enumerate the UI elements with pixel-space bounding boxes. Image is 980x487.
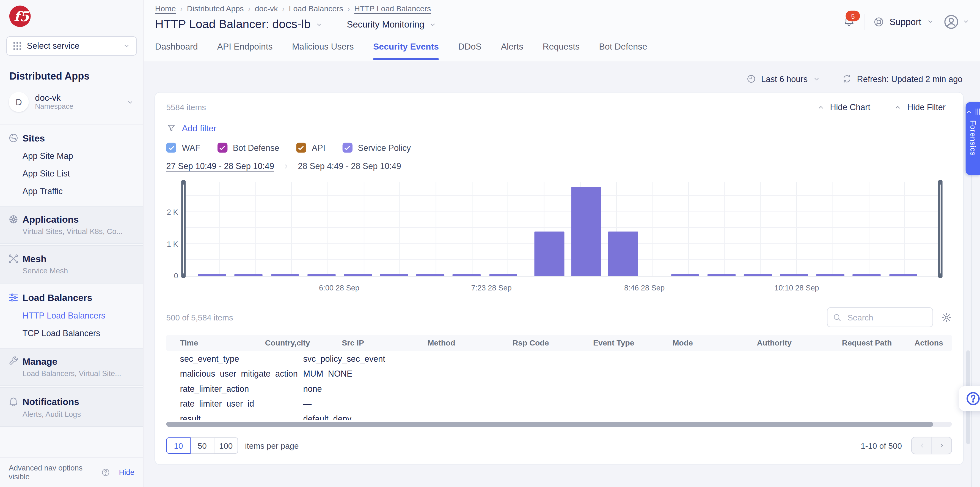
- chart-bar: [453, 274, 481, 276]
- column-header-actions[interactable]: Actions: [915, 339, 943, 347]
- filter-label: Bot Defense: [233, 143, 279, 152]
- chevron-down-icon[interactable]: [315, 21, 323, 29]
- column-header-country-city[interactable]: Country,city: [265, 339, 310, 347]
- breadcrumb-http-load-balancers[interactable]: HTTP Load Balancers: [354, 5, 431, 13]
- sidebar-group-header-applications[interactable]: Applications: [8, 214, 135, 225]
- clock-icon: [746, 74, 756, 84]
- breadcrumb-distributed-apps[interactable]: Distributed Apps: [187, 5, 244, 13]
- sidebar-item-app-site-list[interactable]: App Site List: [22, 169, 135, 179]
- scrollbar-thumb[interactable]: [166, 422, 933, 427]
- next-page-button[interactable]: [931, 438, 951, 454]
- gridline: [255, 182, 256, 276]
- page-size-50[interactable]: 50: [190, 438, 215, 454]
- sidebar-group-applications[interactable]: ApplicationsVirtual Sites, Virtual K8s, …: [0, 206, 143, 244]
- column-header-mode[interactable]: Mode: [673, 339, 693, 347]
- sidebar-group-header-load-balancers[interactable]: Load Balancers: [8, 292, 135, 303]
- breadcrumb-home[interactable]: Home: [155, 5, 176, 13]
- table-row[interactable]: rate_limiter_actionnone: [166, 381, 952, 396]
- chevron-up-icon: [817, 103, 825, 112]
- notifications-bell-button[interactable]: 5: [843, 14, 855, 29]
- sidebar-group-header-notifications[interactable]: Notifications: [8, 396, 135, 407]
- sidebar-group-header-mesh[interactable]: Mesh: [8, 254, 135, 264]
- bell-icon: [8, 396, 19, 407]
- table-row[interactable]: sec_event_typesvc_policy_sec_event: [166, 351, 952, 366]
- breadcrumb-doc-vk[interactable]: doc-vk: [255, 5, 278, 13]
- gridline: [905, 182, 905, 276]
- table-row[interactable]: resultdefault_deny: [166, 411, 952, 420]
- help-circle-icon[interactable]: [102, 468, 110, 477]
- tab-malicious-users[interactable]: Malicious Users: [292, 41, 354, 60]
- add-filter-button[interactable]: Add filter: [166, 123, 952, 133]
- tab-requests[interactable]: Requests: [543, 41, 580, 60]
- chart-bar: [816, 274, 845, 276]
- column-header-method[interactable]: Method: [428, 339, 455, 347]
- filter-checkbox-api[interactable]: API: [296, 143, 325, 153]
- topbar: Home›Distributed Apps›doc-vk›Load Balanc…: [144, 0, 980, 31]
- sidebar-group-header-manage[interactable]: Manage: [8, 356, 135, 367]
- column-header-authority[interactable]: Authority: [757, 339, 792, 347]
- chart-plot: 2 K1 K06:00 28 Sep7:23 28 Sep8:46 28 Sep…: [183, 182, 941, 276]
- help-button[interactable]: [959, 386, 980, 411]
- sidebar-item-http-load-balancers[interactable]: HTTP Load Balancers: [22, 311, 135, 321]
- forensics-tab[interactable]: Forensics: [966, 102, 980, 175]
- column-header-event-type[interactable]: Event Type: [593, 339, 634, 347]
- sidebar-item-app-traffic[interactable]: App Traffic: [22, 186, 135, 196]
- previous-page-button[interactable]: [912, 438, 931, 454]
- view-selector-dropdown[interactable]: Security Monitoring: [347, 19, 437, 29]
- hide-chart-button[interactable]: Hide Chart: [817, 103, 870, 112]
- support-dropdown[interactable]: Support: [873, 16, 934, 27]
- gear-icon[interactable]: [941, 312, 952, 323]
- time-range-breadcrumb: 27 Sep 10:49 - 28 Sep 10:49 28 Sep 4:49 …: [166, 161, 952, 171]
- sidebar-item-app-site-map[interactable]: App Site Map: [22, 152, 135, 161]
- hide-filter-button[interactable]: Hide Filter: [894, 103, 946, 112]
- column-header-request-path[interactable]: Request Path: [842, 339, 892, 347]
- table-row[interactable]: rate_limiter_user_id—: [166, 396, 952, 411]
- chevron-down-icon: [429, 21, 437, 29]
- sidebar-group-subtitle: Service Mesh: [22, 267, 135, 275]
- breadcrumb-load-balancers[interactable]: Load Balancers: [289, 5, 343, 13]
- balancer-icon: [8, 292, 19, 303]
- sidebar-group-notifications[interactable]: NotificationsAlerts, Audit Logs: [0, 387, 143, 427]
- tab-ddos[interactable]: DDoS: [458, 41, 482, 60]
- page-size-10[interactable]: 10: [166, 438, 191, 454]
- hide-advanced-nav-link[interactable]: Hide: [119, 468, 134, 477]
- chart-bar: [608, 232, 638, 276]
- sidebar-group-title: Applications: [22, 214, 79, 225]
- tab-alerts[interactable]: Alerts: [501, 41, 523, 60]
- page-title: HTTP Load Balancer: docs-lb: [155, 18, 311, 31]
- x-axis-tick: 7:23 28 Sep: [471, 284, 512, 292]
- namespace-selector[interactable]: D doc-vk Namespace: [4, 88, 139, 116]
- sidebar-group-title: Load Balancers: [22, 292, 92, 303]
- brush-handle-left[interactable]: [181, 180, 186, 278]
- tab-api-endpoints[interactable]: API Endpoints: [217, 41, 273, 60]
- full-range-link[interactable]: 27 Sep 10:49 - 28 Sep 10:49: [166, 161, 274, 171]
- table-row[interactable]: malicious_user_mitigate_actionMUM_NONE: [166, 366, 952, 381]
- f5-logo[interactable]: f5: [0, 0, 143, 27]
- column-header-src-ip[interactable]: Src IP: [342, 339, 364, 347]
- results-summary: 500 of 5,584 items: [166, 313, 233, 322]
- page-size-100[interactable]: 100: [214, 438, 238, 454]
- table-header: TimeCountry,citySrc IPMethodRsp CodeEven…: [166, 335, 952, 351]
- tab-dashboard[interactable]: Dashboard: [155, 41, 198, 60]
- tab-security-events[interactable]: Security Events: [373, 41, 439, 60]
- sidebar-item-tcp-load-balancers[interactable]: TCP Load Balancers: [22, 329, 135, 338]
- tab-bot-defense[interactable]: Bot Defense: [599, 41, 647, 60]
- refresh-button[interactable]: Refresh: Updated 2 min ago: [842, 74, 963, 84]
- select-service-dropdown[interactable]: Select service: [6, 36, 137, 56]
- list-icon: [975, 108, 980, 115]
- brush-handle-right[interactable]: [938, 180, 943, 278]
- filter-checkbox-service-policy[interactable]: Service Policy: [342, 143, 411, 153]
- user-menu[interactable]: [943, 13, 970, 30]
- gridline: [508, 182, 508, 276]
- time-range-dropdown[interactable]: Last 6 hours: [746, 74, 821, 84]
- search-input[interactable]: [846, 312, 928, 323]
- event-type-filters: WAFBot DefenseAPIService Policy: [166, 143, 952, 153]
- column-header-time[interactable]: Time: [180, 339, 198, 347]
- sidebar-group-manage[interactable]: ManageLoad Balancers, Virtual Site...: [0, 348, 143, 386]
- filter-checkbox-waf[interactable]: WAF: [166, 143, 200, 153]
- sidebar-group-header-sites[interactable]: Sites: [8, 133, 135, 144]
- filter-checkbox-bot-defense[interactable]: Bot Defense: [217, 143, 279, 153]
- column-header-rsp-code[interactable]: Rsp Code: [512, 339, 549, 347]
- zoomed-range-label: 28 Sep 4:49 - 28 Sep 10:49: [298, 161, 401, 171]
- sidebar-group-mesh[interactable]: MeshService Mesh: [0, 245, 143, 284]
